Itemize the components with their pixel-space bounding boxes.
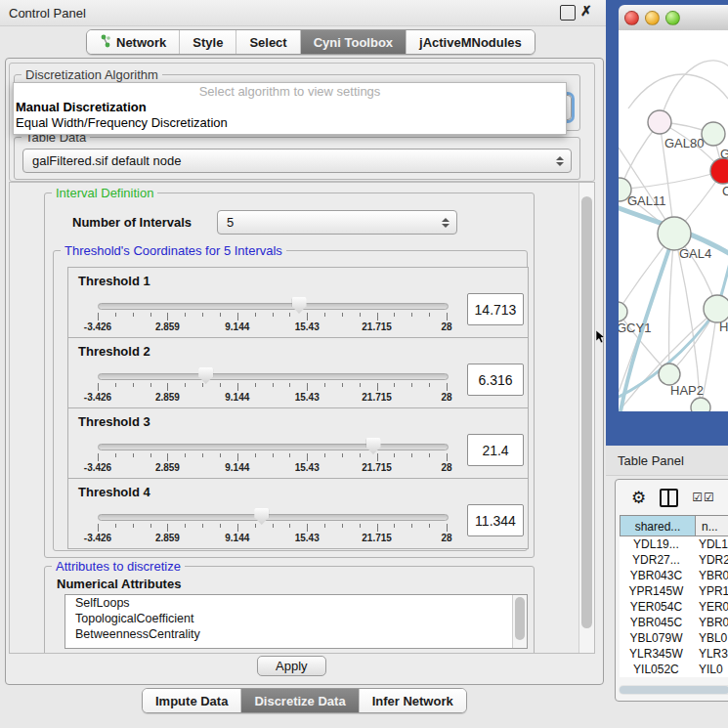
table-horizontal-scrollbar[interactable] — [619, 685, 728, 695]
threshold-row: Threshold 4-3.4262.8599.14415.4321.71528… — [67, 478, 529, 549]
slider-scale-labels: -3.4262.8599.14415.4321.71528 — [98, 321, 447, 333]
attributes-group: Attributes to discretize Numerical Attri… — [44, 566, 535, 654]
table-row[interactable]: YER054CYER0 — [620, 599, 728, 615]
tab-cyni-toolbox[interactable]: Cyni Toolbox — [301, 30, 407, 54]
network-window-titlebar[interactable] — [619, 5, 728, 31]
network-node[interactable] — [648, 110, 671, 134]
close-icon[interactable]: ✗ — [580, 3, 592, 19]
slider-thumb[interactable] — [254, 508, 269, 525]
network-node-label: HAP2 — [670, 383, 704, 398]
column-header-shared-name[interactable]: shared... — [620, 515, 696, 536]
slider-ticks — [98, 383, 447, 391]
threshold-label: Threshold 4 — [78, 485, 150, 499]
slider-track[interactable] — [98, 373, 449, 380]
table-row[interactable]: YIL052CYIL0 — [620, 662, 728, 677]
attributes-group-title: Attributes to discretize — [52, 559, 185, 574]
threshold-value-field[interactable]: 14.713 — [467, 293, 524, 325]
table-panel-title: Table Panel — [618, 453, 684, 468]
tab-jactivemnodules[interactable]: jActiveMNodules — [407, 30, 535, 54]
threshold-slider[interactable]: -3.4262.8599.14415.4321.71528 — [98, 371, 447, 401]
algorithm-placeholder-item[interactable]: Select algorithm to view settings — [14, 83, 566, 100]
slider-thumb[interactable] — [198, 367, 213, 384]
table-panel-titlebar: Table Panel — [606, 446, 728, 476]
table-row[interactable]: YDR27...YDR2 — [620, 552, 728, 568]
thresholds-group: Threshold's Coordinates for 5 Intervals … — [53, 250, 528, 551]
attribute-list-item[interactable]: TopologicalCoefficient — [65, 611, 527, 626]
network-node[interactable] — [619, 302, 627, 321]
settings-scrollpane: Interval Definition Number of Intervals … — [9, 182, 595, 654]
slider-track[interactable] — [98, 514, 449, 521]
apply-button[interactable]: Apply — [257, 656, 326, 676]
slider-track[interactable] — [98, 303, 449, 310]
network-node[interactable] — [704, 295, 728, 322]
network-node[interactable] — [710, 158, 728, 184]
mouse-cursor — [596, 330, 606, 344]
network-icon — [100, 34, 111, 51]
network-node[interactable] — [659, 364, 680, 385]
table-row[interactable]: YLR345WYLR3 — [620, 646, 728, 662]
table-row[interactable]: YPR145WYPR1 — [620, 583, 728, 599]
tab-discretize-data[interactable]: Discretize Data — [241, 689, 359, 712]
tab-network[interactable]: Network — [87, 30, 180, 54]
threshold-label: Threshold 1 — [78, 274, 150, 288]
threshold-value-field[interactable]: 6.316 — [467, 364, 524, 396]
slider-ticks — [98, 524, 447, 532]
threshold-row: Threshold 3-3.4262.8599.14415.4321.71528… — [67, 407, 529, 479]
table-row[interactable]: YDL19...YDL1 — [620, 536, 728, 552]
slider-thumb[interactable] — [366, 438, 381, 454]
slider-thumb[interactable] — [292, 297, 307, 314]
algorithm-option[interactable]: Equal Width/Frequency Discretization — [14, 115, 566, 131]
num-intervals-label: Number of Intervals — [72, 215, 192, 230]
threshold-value-field[interactable]: 21.4 — [467, 434, 524, 466]
table-toolbar: ⚙ ☑☑ — [616, 480, 728, 515]
control-panel-title: Control Panel — [9, 6, 86, 21]
table-row[interactable]: YBL079WYBL0 — [620, 630, 728, 646]
zoom-traffic-light-icon[interactable] — [665, 11, 680, 25]
attribute-list-item[interactable]: SelfLoops — [65, 595, 527, 611]
tab-infer-network[interactable]: Infer Network — [360, 689, 466, 712]
slider-scale-labels: -3.4262.8599.14415.4321.71528 — [98, 533, 447, 544]
gear-icon[interactable]: ⚙ — [631, 490, 646, 506]
combo-arrows-icon — [437, 218, 454, 228]
close-traffic-light-icon[interactable] — [624, 11, 639, 25]
checkbox-checked-icon[interactable]: ☑☑ — [692, 491, 715, 504]
threshold-label: Threshold 2 — [78, 344, 150, 359]
interval-definition-title: Interval Definition — [52, 186, 157, 200]
network-canvas[interactable]: GAL80GACGAL11GAL4GCY1HHAP2 — [619, 30, 728, 411]
table-data-combobox[interactable]: galFiltered.sif default node — [22, 149, 572, 173]
list-scrollbar[interactable] — [512, 595, 527, 648]
column-header-name[interactable]: n... — [696, 515, 728, 536]
tab-style[interactable]: Style — [180, 30, 236, 54]
node-table: shared... n... YDL19...YDL1YDR27...YDR2Y… — [620, 515, 728, 677]
table-panel: ⚙ ☑☑ shared... n... YDL19...YDL1YDR27...… — [615, 479, 728, 702]
table-row[interactable]: YBR043CYBR0 — [620, 568, 728, 583]
table-row[interactable]: YBR045CYBR0 — [620, 615, 728, 630]
network-node[interactable] — [691, 398, 710, 411]
combo-arrows-icon — [551, 156, 569, 166]
network-node-label: GCY1 — [619, 321, 651, 335]
network-node-label: GAL80 — [664, 136, 704, 150]
slider-ticks — [98, 453, 447, 461]
attribute-list-item[interactable]: BetweennessCentrality — [65, 626, 527, 642]
threshold-row: Threshold 1-3.4262.8599.14415.4321.71528… — [67, 267, 529, 338]
threshold-value-field[interactable]: 11.344 — [467, 504, 524, 536]
minimize-traffic-light-icon[interactable] — [645, 11, 660, 25]
float-window-icon[interactable] — [560, 5, 576, 21]
algorithm-option[interactable]: Manual Discretization — [14, 100, 566, 115]
network-node[interactable] — [702, 122, 725, 146]
split-view-icon[interactable] — [660, 489, 678, 507]
threshold-slider[interactable]: -3.4262.8599.14415.4321.71528 — [98, 512, 447, 541]
cyni-mode-tabbar: Impute DataDiscretize DataInfer Network — [142, 688, 467, 713]
tab-select[interactable]: Select — [236, 30, 300, 54]
settings-scrollbar[interactable] — [578, 183, 594, 653]
num-intervals-combobox[interactable]: 5 — [217, 210, 457, 235]
slider-track[interactable] — [98, 444, 449, 450]
control-panel-titlebar: Control Panel ✗ — [0, 0, 606, 26]
control-panel-tabbar: NetworkStyleSelectCyni ToolboxjActiveMNo… — [86, 29, 535, 55]
threshold-slider[interactable]: -3.4262.8599.14415.4321.71528 — [98, 442, 447, 471]
tab-impute-data[interactable]: Impute Data — [143, 689, 241, 712]
numerical-attributes-list[interactable]: SelfLoopsTopologicalCoefficientBetweenne… — [64, 594, 528, 649]
network-node[interactable] — [658, 217, 691, 250]
threshold-slider[interactable]: -3.4262.8599.14415.4321.71528 — [98, 301, 447, 330]
slider-ticks — [98, 313, 447, 321]
